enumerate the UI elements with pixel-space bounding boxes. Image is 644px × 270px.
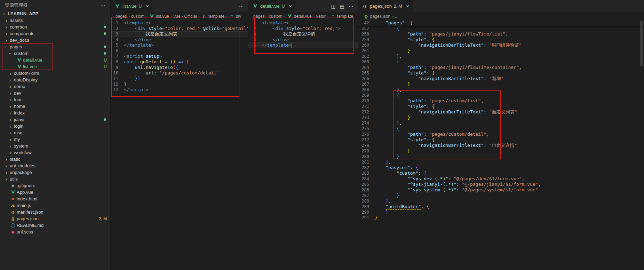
tab-pages-json[interactable]: {}pages.json2, M× <box>358 0 413 12</box>
tree-item[interactable]: ›home <box>0 103 110 110</box>
code-line[interactable]: 288 }, <box>358 198 644 204</box>
chevron-right-icon[interactable]: › <box>8 104 13 109</box>
code-line[interactable]: 4 </div> <box>111 37 248 42</box>
breadcrumb-item[interactable]: □template <box>330 14 353 19</box>
code-line[interactable]: 2 <div style="color: red;" @click="goDet… <box>111 26 248 31</box>
tree-item[interactable]: ›common <box>0 24 110 30</box>
code-line[interactable]: 4 </div> <box>248 37 358 42</box>
code-line[interactable]: 279 } <box>358 148 644 154</box>
tree-item[interactable]: <>index.html <box>0 196 110 202</box>
more-actions-icon[interactable]: ⋯ <box>349 3 353 9</box>
code-line[interactable]: 265 "style": { <box>358 70 644 76</box>
tree-item[interactable]: ›jianyi <box>0 116 110 123</box>
tree-item[interactable]: ◉uni.scss <box>0 229 110 235</box>
chevron-right-icon[interactable]: › <box>8 97 13 102</box>
code-line[interactable]: 277 "style": { <box>358 137 644 143</box>
tree-item[interactable]: ›system <box>0 143 110 149</box>
tree-item[interactable]: ›index <box>0 110 110 116</box>
code-line[interactable]: 283 "custom": { <box>358 170 644 176</box>
sticky-scroll-line[interactable]: 42 "pages": [ <box>358 20 644 26</box>
tree-root-item[interactable]: › LEARUN_APP <box>0 10 110 17</box>
tree-item[interactable]: ◆.gitignore <box>0 182 110 189</box>
code-line[interactable]: 274 }, <box>358 120 644 126</box>
code-line[interactable]: 280 } <box>358 154 644 159</box>
code-line[interactable]: 11 }) <box>111 76 248 81</box>
tree-item[interactable]: ›workflow <box>0 149 110 156</box>
code-line[interactable]: 12} <box>111 81 248 87</box>
chevron-right-icon[interactable]: › <box>3 164 9 168</box>
chevron-right-icon[interactable]: › <box>3 157 9 162</box>
code-line[interactable]: 264 "path": "pages/jianyi/flowTime/conta… <box>358 65 644 70</box>
code-line[interactable]: 1<template> <box>248 20 358 26</box>
tree-item[interactable]: ›dev_docs <box>0 37 110 43</box>
code-line[interactable]: 257 { <box>358 26 644 31</box>
code-line[interactable]: 259 "style": { <box>358 37 644 42</box>
code-line[interactable]: 272 "navigationBarTitleText": "自定义列表" <box>358 109 644 115</box>
chevron-right-icon[interactable]: › <box>8 78 13 82</box>
breadcrumb-item[interactable]: custom <box>131 14 145 19</box>
code-line[interactable]: 263 { <box>358 59 644 65</box>
tree-item[interactable]: ›msg <box>0 129 110 136</box>
tree-item[interactable]: ›demo <box>0 83 110 90</box>
tree-item[interactable]: App.vue <box>0 189 110 196</box>
code-line[interactable]: 284 "^sys-dev-(.*)": "@/pages/dev/$1/for… <box>358 176 644 182</box>
code-line[interactable]: 276 "path": "pages/custom/detail", <box>358 132 644 137</box>
close-icon[interactable]: × <box>406 3 409 9</box>
chevron-right-icon[interactable]: › <box>8 150 13 155</box>
code-editor[interactable]: 1<template>2 <div style="color: red;">3 … <box>248 20 358 270</box>
code-line[interactable]: 269 { <box>358 93 644 98</box>
breadcrumb-item[interactable]: pages <box>253 14 265 19</box>
editor-layout-icon[interactable]: ▤ <box>340 3 344 9</box>
code-line[interactable]: 289 "uniIdRouter": { <box>358 204 644 209</box>
chevron-right-icon[interactable]: › <box>8 130 13 135</box>
chevron-right-icon[interactable]: › <box>3 170 9 175</box>
code-line[interactable]: 5</template> <box>111 42 248 48</box>
code-line[interactable]: 275 { <box>358 126 644 132</box>
code-line[interactable]: 9 uni.navigateTo({ <box>111 65 248 70</box>
tree-item[interactable]: ›custom <box>0 50 110 57</box>
code-line[interactable]: 287 } <box>358 193 644 198</box>
tree-item[interactable]: ›login <box>0 123 110 129</box>
code-line[interactable]: 1<template> <box>111 20 248 26</box>
breadcrumb-item[interactable]: list.vue <box>149 14 169 19</box>
code-line[interactable]: 290 } <box>358 209 644 215</box>
code-line[interactable]: 3 我是自定义列表 <box>111 31 248 37</box>
code-line[interactable]: 266 "navigationBarTitleText": "新增" <box>358 76 644 81</box>
chevron-right-icon[interactable]: › <box>3 25 9 30</box>
tree-item[interactable]: ›pages <box>0 43 110 50</box>
breadcrumb-item[interactable]: Vue - Official <box>173 14 197 19</box>
tree-item[interactable]: ›components <box>0 30 110 37</box>
chevron-right-icon[interactable]: › <box>8 137 13 142</box>
tree-item[interactable]: JSmain.js <box>0 202 110 209</box>
code-line[interactable]: 2 <div style="color: red;"> <box>248 26 358 31</box>
tree-item[interactable]: {}pages.json2, M <box>0 215 110 222</box>
chevron-right-icon[interactable]: › <box>8 91 13 96</box>
more-actions-icon[interactable]: ⋯ <box>100 2 105 8</box>
tree-item[interactable]: ›utils <box>0 176 110 182</box>
code-editor[interactable]: 42 "pages": [257 {258 "path": "pages/jia… <box>358 20 644 270</box>
code-line[interactable]: 258 "path": "pages/jianyi/flowTime/list"… <box>358 31 644 37</box>
breadcrumb-item[interactable]: custom <box>269 14 283 19</box>
chevron-right-icon[interactable]: › <box>8 124 13 129</box>
breadcrumb-item[interactable]: {}template <box>201 14 224 19</box>
code-line[interactable]: 5</template> <box>248 42 358 48</box>
breadcrumb-item[interactable]: {}pages.json <box>363 14 390 19</box>
code-line[interactable]: 10 url: '/pages/custom/detail' <box>111 70 248 76</box>
code-line[interactable]: 260 "navigationBarTitleText": "时间组件验证" <box>358 42 644 48</box>
code-line[interactable]: 285 "^sys-jianyi-(.*)": "@/pages/jianyi/… <box>358 182 644 187</box>
code-line[interactable]: 270 "path": "pages/custom/list", <box>358 98 644 104</box>
code-line[interactable]: 271 "style": { <box>358 104 644 109</box>
code-line[interactable]: 291} <box>358 215 644 221</box>
tree-item[interactable]: ›dev <box>0 90 110 96</box>
chevron-right-icon[interactable]: › <box>3 38 9 43</box>
chevron-right-icon[interactable]: › <box>3 18 9 23</box>
code-line[interactable]: 261 } <box>358 48 644 54</box>
code-line[interactable]: 7<script setup> <box>111 54 248 59</box>
close-icon[interactable]: × <box>146 3 149 9</box>
code-line[interactable]: 273 } <box>358 115 644 120</box>
tab-list-vue[interactable]: list.vueU× <box>111 0 153 12</box>
code-line[interactable]: 13</script> <box>111 87 248 93</box>
more-actions-icon[interactable]: ⋯ <box>239 3 244 9</box>
code-line[interactable]: 281 ], <box>358 159 644 165</box>
chevron-right-icon[interactable]: › <box>3 31 9 36</box>
